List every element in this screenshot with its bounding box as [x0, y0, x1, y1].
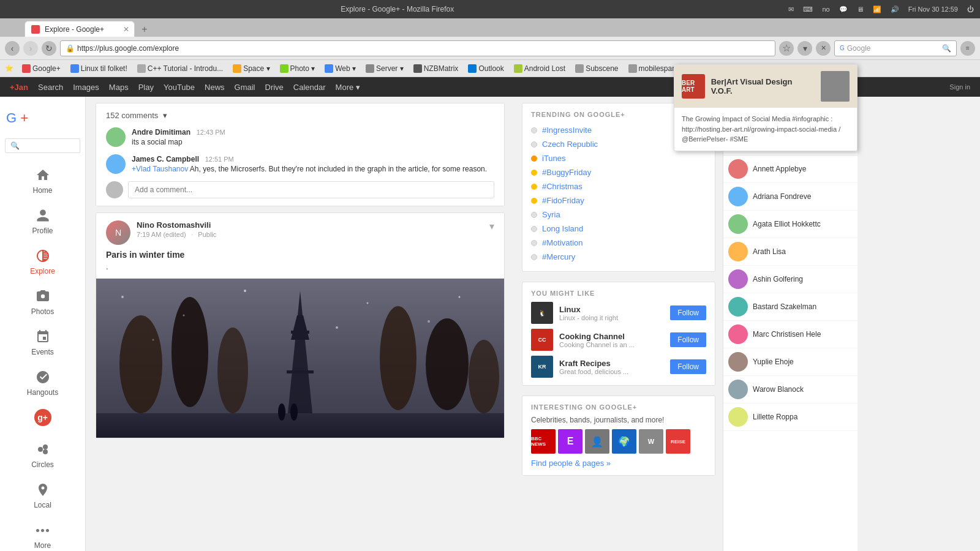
bookmark-photo[interactable]: Photo ▾ [276, 63, 319, 74]
sidebar-search-area[interactable]: 🔍 [0, 136, 85, 156]
interesting-logo-reise[interactable]: REISE [666, 429, 690, 454]
search-submit-icon[interactable]: 🔍 [942, 44, 951, 53]
bookmark-star[interactable]: ☆ [779, 41, 794, 56]
svg-point-14 [469, 340, 499, 413]
find-people-link[interactable]: Find people & pages » [531, 459, 706, 468]
bookmark-cpp[interactable]: C++ Tutorial - Introdu... [134, 63, 227, 74]
bookmarks-label: ⭐ [5, 64, 13, 72]
trending-item-5[interactable]: #Christmas [531, 179, 706, 193]
sidebar-search-box[interactable]: 🔍 [5, 138, 80, 153]
browser-search-bar[interactable]: G Google 🔍 [834, 40, 957, 56]
chat-contact-2[interactable]: Adriana Fondreve [723, 183, 858, 211]
bookmark-web[interactable]: Web ▾ [321, 63, 360, 74]
interesting-logo-bbc[interactable]: BBC NEWS [531, 429, 556, 454]
nav-images[interactable]: Images [73, 83, 99, 92]
chat-contact-1[interactable]: Annett Applebye [723, 156, 858, 183]
follow-linux-button[interactable]: Follow [670, 305, 706, 320]
browser-toolbar: ‹ › ↻ 🔒 https://plus.google.com/explore … [0, 37, 980, 60]
sidebar-item-home[interactable]: Home [0, 160, 85, 201]
comment-mention-link[interactable]: +Vlad Taushanov [132, 165, 188, 173]
sidebar-item-gplus[interactable]: g+ [0, 403, 85, 435]
follow-cooking-button[interactable]: Follow [670, 332, 706, 347]
new-tab-button[interactable]: + [137, 22, 152, 37]
chat-contact-6[interactable]: Bastard Szakelman [723, 293, 858, 321]
nav-search[interactable]: Search [38, 83, 63, 92]
trending-item-3[interactable]: iTunes [531, 151, 706, 165]
trending-item-10[interactable]: #Mercury [531, 250, 706, 264]
bookmark-server[interactable]: Server ▾ [362, 63, 407, 74]
chat-contact-5[interactable]: Ashin Golfering [723, 266, 858, 293]
interesting-section: INTERESTING ON GOOGLE+ Celebrities, band… [522, 395, 715, 476]
menu-button[interactable]: ≡ [960, 41, 975, 56]
refresh-button[interactable]: ↻ [42, 41, 56, 56]
nav-youtube[interactable]: YouTube [164, 83, 195, 92]
interesting-logo-w[interactable]: W [639, 429, 663, 454]
sidebar-item-hangouts[interactable]: Hangouts [0, 362, 85, 403]
post-author-avatar: N [106, 220, 130, 245]
chat-contact-9[interactable]: Warow Blanock [723, 376, 858, 403]
bookmark-space[interactable]: Space ▾ [229, 63, 273, 74]
trending-item-8[interactable]: Long Island [531, 222, 706, 236]
chat-contact-3[interactable]: Agata Elliot Hokkettc [723, 211, 858, 238]
trend-label-5: #Christmas [542, 182, 582, 191]
trend-dot-5 [531, 184, 537, 190]
nav-play[interactable]: Play [138, 83, 154, 92]
forward-button[interactable]: › [23, 41, 38, 56]
sidebar-label-more: More [34, 541, 51, 550]
cooking-name: Cooking Channel [559, 332, 664, 341]
tab-bar: Explore - Google+ ✕ + [0, 18, 980, 37]
sidebar-label-events: Events [31, 348, 54, 356]
bookmark-linux[interactable]: Linux til folket! [67, 63, 131, 74]
sidebar-item-more[interactable]: More [0, 515, 85, 551]
bookmark-outlook[interactable]: Outlook [464, 63, 507, 74]
chat-contact-8[interactable]: Yuplie Ehoje [723, 348, 858, 376]
chat-avatar-5 [728, 269, 748, 289]
nav-user[interactable]: +Jan [10, 83, 28, 92]
sidebar-item-circles[interactable]: Circles [0, 435, 85, 475]
search-input[interactable] [23, 141, 72, 150]
post-image-paris [96, 279, 504, 438]
chat-contact-4[interactable]: Arath Lisa [723, 238, 858, 266]
back-button[interactable]: ‹ [5, 41, 20, 56]
bookmark-google-plus[interactable]: Google+ [18, 63, 64, 74]
browser-tab[interactable]: Explore - Google+ ✕ [24, 21, 135, 37]
address-bar[interactable]: 🔒 https://plus.google.com/explore [60, 40, 775, 56]
nav-drive[interactable]: Drive [265, 83, 284, 92]
comment-text: +Vlad Taushanov Ah, yes, the Microserfs.… [132, 165, 494, 173]
notification-image-thumb [821, 71, 850, 102]
interesting-logo-person[interactable]: 👤 [585, 429, 609, 454]
bookmark-android-lost[interactable]: Android Lost [510, 63, 569, 74]
nav-more[interactable]: More ▾ [336, 83, 360, 92]
comments-header[interactable]: 152 comments ▾ [106, 111, 494, 120]
notification-org-info: Ber|Art Visual Design V.O.F. [711, 77, 810, 96]
gplus-favicon [22, 64, 31, 73]
chat-contact-10[interactable]: Lillette Roppa [723, 403, 858, 431]
sidebar-item-profile[interactable]: Profile [0, 201, 85, 241]
sidebar-item-photos[interactable]: Photos [0, 282, 85, 322]
post-options-icon[interactable]: ▾ [489, 220, 494, 232]
bookmark-nzbmatrix[interactable]: NZBMatrix [410, 63, 462, 74]
trending-item-7[interactable]: Syria [531, 208, 706, 222]
chat-name-6: Bastard Szakelman [753, 302, 816, 311]
history-button[interactable]: ▾ [797, 41, 812, 56]
sidebar-item-local[interactable]: Local [0, 475, 85, 515]
trending-item-4[interactable]: #BuggyFriday [531, 165, 706, 179]
trending-item-6[interactable]: #FidoFriday [531, 193, 706, 208]
system-icons: ✉ ⌨ no 💬 🖥 📶 🔊 Fri Nov 30 12:59 ⏻ [788, 6, 974, 13]
chat-contact-7[interactable]: Marc Christisen Hele [723, 321, 858, 348]
suggestion-cooking: CC Cooking Channel Cooking Channel is an… [531, 329, 706, 351]
nav-news[interactable]: News [205, 83, 225, 92]
bookmark-subscene[interactable]: Subscene [571, 63, 622, 74]
reload-stop[interactable]: ✕ [816, 41, 831, 56]
trending-item-9[interactable]: #Motivation [531, 236, 706, 250]
sidebar-item-events[interactable]: Events [0, 322, 85, 362]
nav-calendar[interactable]: Calendar [293, 83, 326, 92]
follow-kraft-button[interactable]: Follow [670, 359, 706, 374]
sidebar-item-explore[interactable]: Explore [0, 241, 85, 282]
nav-maps[interactable]: Maps [109, 83, 129, 92]
nav-gmail[interactable]: Gmail [235, 83, 255, 92]
interesting-logo-world[interactable]: 🌍 [612, 429, 636, 454]
interesting-logo-e[interactable]: E [558, 429, 582, 454]
comment-input[interactable] [128, 181, 494, 198]
tab-close-button[interactable]: ✕ [123, 25, 129, 34]
